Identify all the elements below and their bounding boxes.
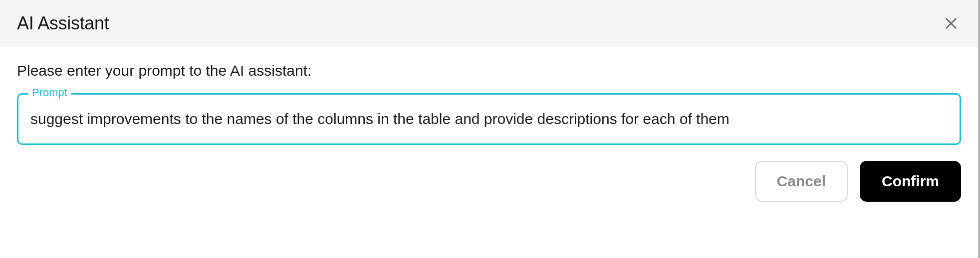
- prompt-field-label: Prompt: [28, 86, 71, 99]
- dialog-header: AI Assistant: [0, 0, 978, 47]
- ai-assistant-dialog: AI Assistant Please enter your prompt to…: [0, 0, 980, 258]
- cancel-button[interactable]: Cancel: [755, 161, 848, 202]
- dialog-title: AI Assistant: [17, 13, 109, 34]
- prompt-input[interactable]: [17, 93, 961, 145]
- instruction-text: Please enter your prompt to the AI assis…: [17, 62, 961, 79]
- prompt-field-wrapper: Prompt: [17, 93, 961, 145]
- confirm-button[interactable]: Confirm: [860, 161, 961, 202]
- close-icon: [943, 15, 959, 31]
- dialog-actions: Cancel Confirm: [0, 145, 978, 218]
- dialog-content: Please enter your prompt to the AI assis…: [0, 47, 978, 145]
- close-button[interactable]: [941, 13, 961, 33]
